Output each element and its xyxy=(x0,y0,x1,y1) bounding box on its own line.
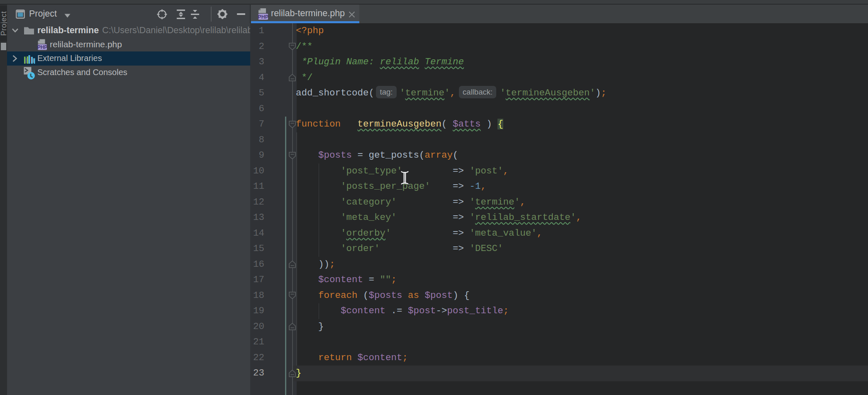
svg-text:PHP: PHP xyxy=(258,14,268,20)
svg-text:PHP: PHP xyxy=(37,44,47,50)
